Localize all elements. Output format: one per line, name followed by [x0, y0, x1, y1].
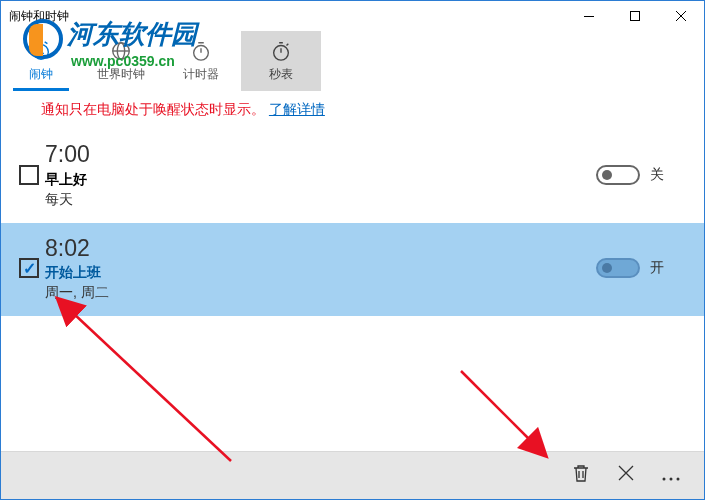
toggle-label: 关: [650, 166, 664, 184]
alarm-time: 8:02: [45, 235, 596, 263]
notice-text: 通知只在电脑处于唤醒状态时显示。: [41, 101, 265, 117]
titlebar: 闹钟和时钟: [1, 1, 704, 31]
alarm-name: 早上好: [45, 171, 596, 189]
notification-banner: 通知只在电脑处于唤醒状态时显示。 了解详情: [1, 91, 704, 129]
clock-icon: [30, 40, 52, 62]
window-controls: [566, 1, 704, 31]
tab-label: 闹钟: [29, 66, 53, 83]
window-title: 闹钟和时钟: [9, 8, 69, 25]
svg-line-10: [73, 313, 231, 461]
delete-button[interactable]: [572, 463, 590, 488]
svg-point-7: [663, 478, 666, 481]
tab-alarm[interactable]: 闹钟: [1, 31, 81, 91]
alarm-body: 8:02 开始上班 周一, 周二: [45, 235, 596, 303]
notice-link[interactable]: 了解详情: [269, 101, 325, 117]
alarm-item[interactable]: 7:00 早上好 每天 关: [1, 129, 704, 223]
toggle-label: 开: [650, 259, 664, 277]
alarm-toggle[interactable]: [596, 258, 640, 278]
tab-label: 世界时钟: [97, 66, 145, 83]
svg-rect-0: [584, 16, 594, 17]
alarm-checkbox[interactable]: [19, 165, 39, 185]
bottom-toolbar: [1, 451, 704, 499]
svg-line-11: [461, 371, 531, 441]
trash-icon: [572, 463, 590, 483]
close-icon: [618, 465, 634, 481]
tab-world-clock[interactable]: 世界时钟: [81, 31, 161, 91]
alarm-list: 7:00 早上好 每天 关 8:02 开始上班 周一, 周二 开: [1, 129, 704, 316]
minimize-button[interactable]: [566, 1, 612, 31]
svg-rect-1: [631, 12, 640, 21]
more-icon: [662, 477, 680, 481]
svg-point-9: [677, 478, 680, 481]
alarm-time: 7:00: [45, 141, 596, 169]
alarm-body: 7:00 早上好 每天: [45, 141, 596, 209]
globe-icon: [110, 40, 132, 62]
tab-label: 计时器: [183, 66, 219, 83]
svg-point-8: [670, 478, 673, 481]
close-button[interactable]: [658, 1, 704, 31]
alarm-toggle[interactable]: [596, 165, 640, 185]
tab-label: 秒表: [269, 66, 293, 83]
alarm-checkbox[interactable]: [19, 258, 39, 278]
alarm-toggle-wrap: 关: [596, 165, 664, 185]
maximize-button[interactable]: [612, 1, 658, 31]
more-button[interactable]: [662, 465, 680, 486]
cancel-button[interactable]: [618, 465, 634, 486]
tab-stopwatch[interactable]: 秒表: [241, 31, 321, 91]
tab-timer[interactable]: 计时器: [161, 31, 241, 91]
alarm-repeat: 每天: [45, 191, 596, 209]
alarm-repeat: 周一, 周二: [45, 284, 596, 302]
alarm-toggle-wrap: 开: [596, 258, 664, 278]
timer-icon: [190, 40, 212, 62]
tab-bar: 闹钟 世界时钟 计时器 秒表: [1, 31, 704, 91]
alarm-name: 开始上班: [45, 264, 596, 282]
alarm-item[interactable]: 8:02 开始上班 周一, 周二 开: [1, 223, 704, 317]
stopwatch-icon: [270, 40, 292, 62]
